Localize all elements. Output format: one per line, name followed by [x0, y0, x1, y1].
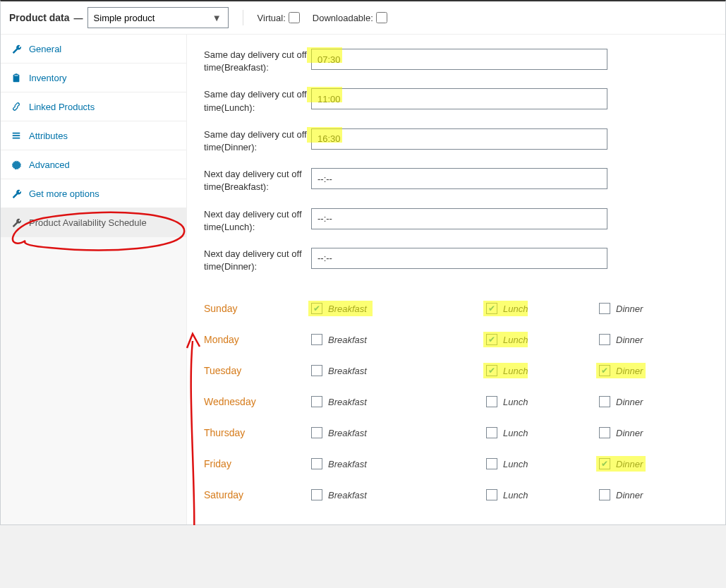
- breakfast-checkbox[interactable]: [311, 303, 322, 314]
- lunch-label: Lunch: [503, 304, 528, 314]
- breakfast-checkbox[interactable]: [311, 334, 322, 345]
- breakfast-cell: Breakfast: [311, 396, 486, 407]
- lunch-label: Lunch: [503, 428, 528, 438]
- lunch-label: Lunch: [503, 459, 528, 469]
- lunch-checkbox[interactable]: [486, 489, 497, 500]
- day-row: ThursdayBreakfastLunchDinner: [187, 417, 725, 448]
- header-separator: [243, 10, 243, 25]
- cutoff-input[interactable]: [311, 49, 607, 70]
- lunch-label: Lunch: [503, 490, 528, 500]
- dinner-label: Dinner: [616, 304, 643, 314]
- gear-icon: [11, 159, 22, 170]
- cutoff-input[interactable]: [311, 168, 607, 189]
- sidebar-item-label: Attributes: [29, 131, 68, 141]
- dinner-checkbox[interactable]: [599, 427, 610, 438]
- breakfast-cell: Breakfast: [311, 365, 486, 376]
- cutoff-label: Next day delivery cut off time(Lunch):: [204, 208, 311, 234]
- breakfast-label: Breakfast: [328, 397, 367, 407]
- sidebar-item-label: Linked Products: [29, 102, 95, 112]
- content-area: Same day delivery cut off time(Breakfast…: [187, 35, 725, 524]
- sidebar-item-attributes[interactable]: Attributes: [1, 121, 186, 150]
- breakfast-cell: Breakfast: [311, 303, 486, 314]
- dinner-checkbox[interactable]: [599, 334, 610, 345]
- sidebar-item-advanced[interactable]: Advanced: [1, 150, 186, 179]
- breakfast-checkbox[interactable]: [311, 365, 322, 376]
- sidebar-item-schedule[interactable]: Product Availability Schedule: [1, 208, 186, 237]
- virtual-checkbox[interactable]: [289, 12, 300, 23]
- breakfast-checkbox[interactable]: [311, 489, 322, 500]
- dinner-label: Dinner: [616, 428, 643, 438]
- sidebar: GeneralInventoryLinked ProductsAttribute…: [1, 35, 187, 524]
- cutoff-label: Next day delivery cut off time(Dinner):: [204, 248, 311, 273]
- day-row: MondayBreakfastLunchDinner: [187, 324, 725, 355]
- day-row: WednesdayBreakfastLunchDinner: [187, 386, 725, 417]
- lunch-checkbox[interactable]: [486, 458, 497, 469]
- day-label: Tuesday: [204, 365, 311, 376]
- wrench-icon: [11, 43, 22, 54]
- cutoff-input[interactable]: [311, 88, 607, 109]
- lunch-checkbox[interactable]: [486, 427, 497, 438]
- cutoff-row: Next day delivery cut off time(Lunch):: [187, 201, 725, 241]
- dinner-cell: Dinner: [599, 334, 643, 345]
- sidebar-item-label: Advanced: [29, 160, 70, 170]
- sidebar-item-label: Get more options: [29, 188, 99, 199]
- cutoff-row: Same day delivery cut off time(Dinner):: [187, 121, 725, 161]
- day-label: Monday: [204, 334, 311, 345]
- breakfast-cell: Breakfast: [311, 334, 486, 345]
- lunch-cell: Lunch: [486, 365, 599, 376]
- lunch-checkbox[interactable]: [486, 334, 497, 345]
- dinner-checkbox[interactable]: [599, 365, 610, 376]
- sidebar-item-label: Product Availability Schedule: [29, 217, 147, 228]
- dinner-cell: Dinner: [599, 427, 643, 438]
- panel-header: Product data — Simple product ▼ Virtual:…: [1, 1, 725, 35]
- lunch-checkbox[interactable]: [486, 396, 497, 407]
- product-type-select[interactable]: Simple product: [87, 7, 229, 28]
- day-row: SundayBreakfastLunchDinner: [187, 293, 725, 324]
- sidebar-item-linked[interactable]: Linked Products: [1, 92, 186, 121]
- breakfast-cell: Breakfast: [311, 427, 486, 438]
- lunch-checkbox[interactable]: [486, 303, 497, 314]
- day-label: Sunday: [204, 303, 311, 314]
- dinner-label: Dinner: [616, 490, 643, 500]
- breakfast-label: Breakfast: [328, 366, 367, 376]
- wrench-icon: [11, 217, 22, 228]
- cutoff-label: Same day delivery cut off time(Breakfast…: [204, 49, 311, 74]
- dinner-cell: Dinner: [599, 489, 643, 500]
- breakfast-checkbox[interactable]: [311, 458, 322, 469]
- breakfast-checkbox[interactable]: [311, 396, 322, 407]
- lunch-cell: Lunch: [486, 489, 599, 500]
- cutoff-input[interactable]: [311, 248, 607, 269]
- cutoff-row: Same day delivery cut off time(Lunch):: [187, 81, 725, 121]
- sidebar-item-inventory[interactable]: Inventory: [1, 64, 186, 92]
- dinner-label: Dinner: [616, 366, 643, 376]
- title-dash: —: [74, 13, 83, 23]
- cutoff-label: Same day delivery cut off time(Lunch):: [204, 88, 311, 114]
- lunch-checkbox[interactable]: [486, 365, 497, 376]
- breakfast-checkbox[interactable]: [311, 427, 322, 438]
- breakfast-label: Breakfast: [328, 459, 367, 469]
- breakfast-label: Breakfast: [328, 428, 367, 438]
- dinner-label: Dinner: [616, 397, 643, 407]
- cutoff-row: Same day delivery cut off time(Breakfast…: [187, 42, 725, 81]
- product-data-panel: Product data — Simple product ▼ Virtual:…: [0, 0, 726, 525]
- lunch-cell: Lunch: [486, 458, 599, 469]
- panel-title: Product data: [9, 12, 70, 23]
- dinner-checkbox[interactable]: [599, 489, 610, 500]
- lunch-label: Lunch: [503, 335, 528, 345]
- dinner-checkbox[interactable]: [599, 303, 610, 314]
- day-row: TuesdayBreakfastLunchDinner: [187, 355, 725, 386]
- dinner-checkbox[interactable]: [599, 458, 610, 469]
- cutoff-input[interactable]: [311, 128, 607, 150]
- downloadable-checkbox[interactable]: [376, 12, 387, 23]
- lunch-cell: Lunch: [486, 396, 599, 407]
- lunch-cell: Lunch: [486, 427, 599, 438]
- dinner-checkbox[interactable]: [599, 396, 610, 407]
- sidebar-item-general[interactable]: General: [1, 35, 186, 64]
- dinner-label: Dinner: [616, 459, 643, 469]
- dinner-label: Dinner: [616, 335, 643, 345]
- day-label: Friday: [204, 458, 311, 469]
- sidebar-item-getmore[interactable]: Get more options: [1, 179, 186, 208]
- day-label: Thursday: [204, 427, 311, 438]
- cutoff-input[interactable]: [311, 208, 607, 229]
- sidebar-item-label: Inventory: [29, 73, 66, 83]
